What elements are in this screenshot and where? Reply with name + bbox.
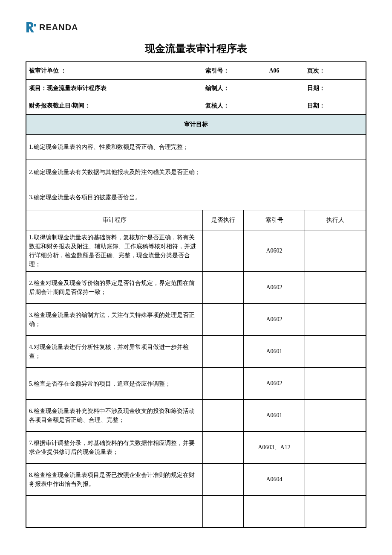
procedure-text: 1.取得编制现金流量表的基础资料，复核加计是否正确，将有关数据和财务报表及附注、… bbox=[26, 230, 203, 272]
procedure-text: 6.检查现金流量表补充资料中不涉及现金收支的投资和筹资活动各项目金额是否正确、合… bbox=[26, 400, 203, 432]
reviewer-label: 复核人： bbox=[205, 102, 229, 109]
preparer-label: 编制人： bbox=[205, 85, 229, 91]
col-executor: 执行人 bbox=[305, 210, 366, 230]
procedure-executor bbox=[305, 336, 366, 368]
procedure-text: 5.检查是否存在金额异常的项目，追查是否应作调整； bbox=[26, 368, 203, 400]
procedure-executor bbox=[305, 496, 366, 528]
procedure-executor bbox=[305, 400, 366, 432]
procedure-executor bbox=[305, 230, 366, 272]
col-index: 索引号 bbox=[244, 210, 305, 230]
procedure-text: 3.检查现金流量表的编制方法，关注有关特殊事项的处理是否正确； bbox=[26, 304, 203, 336]
procedure-header-row: 审计程序 是否执行 索引号 执行人 bbox=[26, 210, 366, 230]
objective-row: 3.确定现金流量表各项目的披露是否恰当。 bbox=[26, 185, 366, 210]
procedure-executor bbox=[305, 368, 366, 400]
date2-label: 日期： bbox=[307, 102, 325, 109]
procedure-row: 1.取得编制现金流量表的基础资料，复核加计是否正确，将有关数据和财务报表及附注、… bbox=[26, 230, 366, 272]
procedure-row: 6.检查现金流量表补充资料中不涉及现金收支的投资和筹资活动各项目金额是否正确、合… bbox=[26, 400, 366, 432]
header-row-1: 被审计单位 ： 索引号： A06 页次： bbox=[26, 62, 366, 80]
objective-text: 2.确定现金流量表有关数据与其他报表及附注勾稽关系是否正确； bbox=[26, 160, 366, 185]
brand-logo-icon bbox=[26, 21, 37, 33]
procedure-index: A0602 bbox=[244, 368, 305, 400]
objectives-header: 审计目标 bbox=[26, 115, 366, 135]
procedure-executor bbox=[305, 304, 366, 336]
procedure-row: 3.检查现金流量表的编制方法，关注有关特殊事项的处理是否正确； A0602 bbox=[26, 304, 366, 336]
procedure-text bbox=[26, 496, 203, 528]
col-execute: 是否执行 bbox=[203, 210, 244, 230]
procedure-row: 5.检查是否存在金额异常的项目，追查是否应作调整； A0602 bbox=[26, 368, 366, 400]
procedure-index: A0602 bbox=[244, 304, 305, 336]
objective-text: 3.确定现金流量表各项目的披露是否恰当。 bbox=[26, 185, 366, 210]
procedure-execute bbox=[203, 432, 244, 464]
procedure-index: A0602 bbox=[244, 272, 305, 304]
procedure-index: A0604 bbox=[244, 464, 305, 496]
procedure-execute bbox=[203, 464, 244, 496]
col-procedure: 审计程序 bbox=[26, 210, 203, 230]
procedure-execute bbox=[203, 400, 244, 432]
procedure-row: 2.检查对现金及现金等价物的界定是否符合规定，界定范围在前后期会计期间是否保持一… bbox=[26, 272, 366, 304]
procedure-row bbox=[26, 496, 366, 528]
brand-block: REANDA bbox=[26, 21, 366, 33]
objective-row: 1.确定现金流量表的内容、性质和数额是否正确、合理完整； bbox=[26, 135, 366, 160]
procedure-index: A0601 bbox=[244, 336, 305, 368]
index-value: A06 bbox=[269, 67, 279, 74]
index-label: 索引号： bbox=[205, 67, 229, 74]
procedure-executor bbox=[305, 464, 366, 496]
procedure-execute bbox=[203, 368, 244, 400]
unit-label: 被审计单位 ： bbox=[29, 67, 66, 74]
procedure-execute bbox=[203, 336, 244, 368]
objectives-header-row: 审计目标 bbox=[26, 115, 366, 135]
procedure-execute bbox=[203, 496, 244, 528]
header-row-3: 财务报表截止日/期间： 复核人： 日期： bbox=[26, 97, 366, 115]
brand-text: REANDA bbox=[39, 23, 78, 32]
procedure-text: 8.检查检查现金流量表项目是否已按照企业会计准则的规定在财务报表中作出恰当列报。 bbox=[26, 464, 203, 496]
procedure-row: 8.检查检查现金流量表项目是否已按照企业会计准则的规定在财务报表中作出恰当列报。… bbox=[26, 464, 366, 496]
procedure-index: A0603、A12 bbox=[244, 432, 305, 464]
header-row-2: 项目：现金流量表审计程序表 编制人： 日期： bbox=[26, 80, 366, 97]
procedure-index: A0601 bbox=[244, 400, 305, 432]
procedure-execute bbox=[203, 230, 244, 272]
document-title: 现金流量表审计程序表 bbox=[26, 42, 366, 55]
page-label: 页次： bbox=[307, 67, 325, 74]
svg-rect-0 bbox=[34, 24, 36, 26]
procedure-executor bbox=[305, 432, 366, 464]
procedure-index: A0602 bbox=[244, 230, 305, 272]
objective-row: 2.确定现金流量表有关数据与其他报表及附注勾稽关系是否正确； bbox=[26, 160, 366, 185]
audit-table: 被审计单位 ： 索引号： A06 页次： 项目：现金流量表审计程序表 编制人： bbox=[26, 61, 366, 528]
procedure-text: 2.检查对现金及现金等价物的界定是否符合规定，界定范围在前后期会计期间是否保持一… bbox=[26, 272, 203, 304]
procedure-text: 7.根据审计调整分录，对基础资料的有关数据作相应调整，并要求企业提供修订后的现金… bbox=[26, 432, 203, 464]
procedure-row: 4.对现金流量表进行分析性复核，并对异常项目做进一步并检查； A0601 bbox=[26, 336, 366, 368]
procedure-execute bbox=[203, 272, 244, 304]
procedure-execute bbox=[203, 304, 244, 336]
procedure-index bbox=[244, 496, 305, 528]
page: REANDA 现金流量表审计程序表 被审计单位 ： 索引号： A06 页次： 项… bbox=[0, 0, 392, 555]
procedure-row: 7.根据审计调整分录，对基础资料的有关数据作相应调整，并要求企业提供修订后的现金… bbox=[26, 432, 366, 464]
date1-label: 日期： bbox=[307, 85, 325, 91]
procedure-text: 4.对现金流量表进行分析性复核，并对异常项目做进一步并检查； bbox=[26, 336, 203, 368]
period-label: 财务报表截止日/期间： bbox=[29, 102, 90, 109]
objective-text: 1.确定现金流量表的内容、性质和数额是否正确、合理完整； bbox=[26, 135, 366, 160]
procedure-executor bbox=[305, 272, 366, 304]
project-label: 项目：现金流量表审计程序表 bbox=[29, 85, 107, 91]
